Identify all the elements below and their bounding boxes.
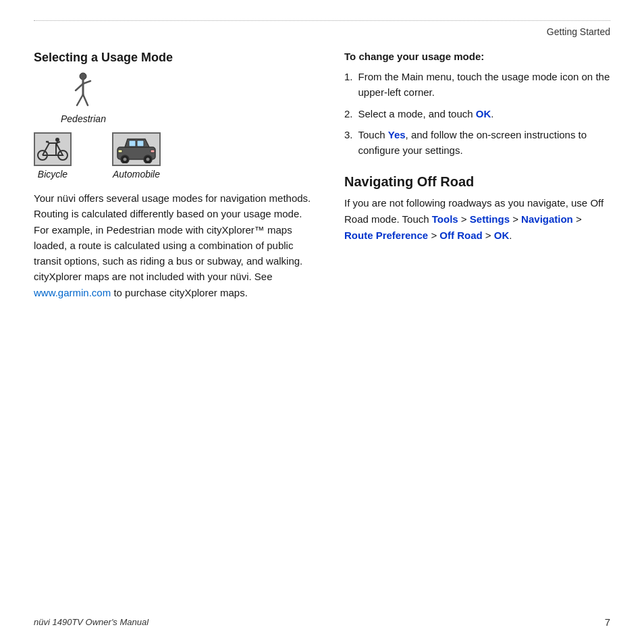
svg-line-5 — [83, 95, 88, 105]
footer-manual-title: nüvi 1490TV Owner's Manual — [34, 617, 149, 627]
svg-rect-22 — [151, 150, 155, 153]
footer-page-number: 7 — [605, 616, 610, 628]
step-2: 2. Select a mode, and touch OK. — [344, 106, 610, 122]
icons-area: Pedestrian — [34, 72, 317, 180]
off-road-body: If you are not following roadways as you… — [344, 195, 610, 244]
selecting-usage-mode-heading: Selecting a Usage Mode — [34, 51, 317, 65]
bicycle-auto-row: Bicycle — [34, 132, 161, 180]
steps-list: 1. From the Main menu, touch the usage m… — [344, 69, 610, 158]
bicycle-icon-wrapper: Bicycle — [34, 132, 72, 180]
off-road-section: Navigating Off Road If you are not follo… — [344, 174, 610, 244]
change-usage-mode-heading: To change your usage mode: — [344, 51, 610, 62]
garmin-link[interactable]: www.garmin.com — [34, 287, 111, 298]
two-col-layout: Selecting a Usage Mode — [34, 51, 610, 300]
svg-line-2 — [76, 84, 83, 90]
off-road-heading: Navigating Off Road — [344, 174, 610, 190]
automobile-icon-wrapper: Automobile — [112, 132, 161, 180]
page-container: Getting Started Selecting a Usage Mode — [0, 0, 644, 644]
step-1-text: From the Main menu, touch the usage mode… — [358, 69, 610, 101]
right-column: To change your usage mode: 1. From the M… — [344, 51, 610, 300]
svg-rect-16 — [137, 140, 144, 146]
svg-line-3 — [83, 81, 90, 84]
step-3: 3. Touch Yes, and follow the on-screen i… — [344, 127, 610, 159]
left-body-text: Your nüvi offers several usage modes for… — [34, 190, 317, 300]
step-2-text: Select a mode, and touch OK. — [358, 106, 494, 122]
step-1-num: 1. — [344, 69, 353, 101]
automobile-svg — [115, 135, 157, 163]
pedestrian-icon — [69, 72, 97, 111]
svg-line-4 — [77, 95, 83, 105]
footer: nüvi 1490TV Owner's Manual 7 — [34, 616, 610, 628]
step-3-num: 3. — [344, 127, 353, 159]
svg-point-12 — [55, 138, 59, 142]
svg-rect-21 — [118, 150, 122, 153]
automobile-caption: Automobile — [113, 169, 160, 180]
body-text-main: Your nüvi offers several usage modes for… — [34, 192, 311, 282]
step-3-text: Touch Yes, and follow the on-screen inst… — [358, 127, 610, 159]
pedestrian-caption: Pedestrian — [61, 113, 106, 124]
step-1: 1. From the Main menu, touch the usage m… — [344, 69, 610, 101]
step-2-num: 2. — [344, 106, 353, 122]
bicycle-icon — [34, 132, 72, 166]
getting-started-label: Getting Started — [547, 26, 610, 37]
svg-point-20 — [146, 158, 150, 161]
svg-point-18 — [124, 158, 127, 161]
top-border — [34, 20, 610, 21]
bicycle-caption: Bicycle — [38, 169, 68, 180]
left-column: Selecting a Usage Mode — [34, 51, 317, 300]
bicycle-svg — [37, 136, 68, 162]
header-row: Getting Started — [34, 26, 610, 37]
automobile-icon — [112, 132, 161, 166]
pedestrian-wrapper: Pedestrian — [61, 72, 106, 124]
svg-rect-15 — [129, 140, 136, 146]
